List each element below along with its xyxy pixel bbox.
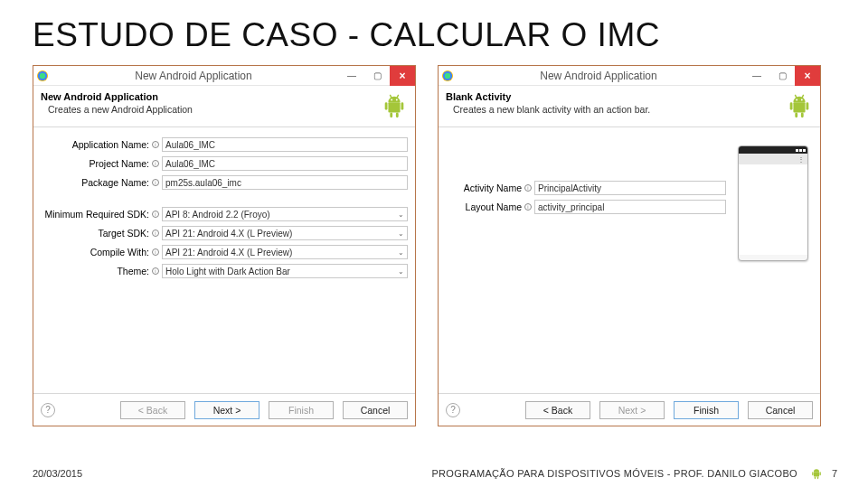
svg-rect-2	[401, 102, 404, 109]
svg-rect-18	[814, 472, 819, 476]
preview-statusbar	[739, 146, 807, 154]
select-value: API 8: Android 2.2 (Froyo)	[165, 210, 270, 220]
activity-name-input[interactable]	[534, 181, 726, 195]
info-icon[interactable]: i	[152, 267, 159, 275]
chevron-down-icon: ⌄	[398, 211, 404, 219]
layout-name-input[interactable]	[534, 200, 726, 214]
wizard-button-bar: ? < Back Next > Finish Cancel	[439, 393, 820, 426]
chevron-down-icon: ⌄	[398, 229, 404, 238]
next-button[interactable]: Next >	[194, 401, 259, 419]
preview-content	[739, 164, 807, 255]
help-button[interactable]: ?	[41, 403, 55, 417]
eclipse-icon	[442, 70, 453, 81]
wizard-header-subtitle: Creates a new blank activity with an act…	[446, 104, 778, 115]
maximize-button[interactable]: ▢	[769, 66, 795, 86]
svg-line-5	[390, 94, 392, 98]
finish-button[interactable]: Finish	[674, 401, 739, 419]
wizard-window-left: New Android Application — ▢ × New Androi…	[33, 65, 416, 426]
svg-rect-20	[819, 472, 820, 475]
close-button[interactable]: ×	[795, 66, 820, 86]
cancel-button[interactable]: Cancel	[343, 401, 408, 419]
info-icon[interactable]: i	[152, 179, 159, 186]
svg-rect-3	[390, 112, 392, 117]
wizard-window-right: New Android Application — ▢ × Blank Acti…	[438, 65, 821, 426]
minimize-button[interactable]: —	[744, 66, 769, 86]
preview-actionbar: ⋮	[739, 154, 807, 164]
back-button[interactable]: < Back	[120, 401, 185, 419]
android-icon	[786, 92, 813, 119]
wizard-header: Blank Activity Creates a new blank activ…	[439, 86, 820, 127]
activity-preview: ⋮	[738, 145, 808, 261]
svg-rect-21	[815, 477, 816, 480]
svg-rect-11	[807, 102, 809, 109]
wizard-header-title: New Android Application	[41, 91, 373, 102]
info-icon[interactable]: i	[152, 160, 159, 167]
compile-with-select[interactable]: API 21: Android 4.X (L Preview)⌄	[162, 245, 408, 259]
svg-rect-12	[795, 112, 797, 117]
min-sdk-select[interactable]: API 8: Android 2.2 (Froyo)⌄	[162, 207, 408, 221]
project-name-input[interactable]	[162, 156, 408, 171]
theme-label: Theme:	[41, 266, 151, 276]
svg-line-14	[795, 94, 797, 98]
svg-line-6	[397, 94, 399, 98]
minimize-button[interactable]: —	[339, 66, 364, 86]
finish-button[interactable]: Finish	[269, 401, 334, 419]
svg-rect-4	[396, 112, 399, 117]
app-name-input[interactable]	[162, 137, 408, 152]
svg-rect-1	[385, 102, 388, 109]
back-button[interactable]: < Back	[525, 401, 590, 419]
chevron-down-icon: ⌄	[398, 248, 404, 257]
slide-footer: 20/03/2015 PROGRAMAÇÃO PARA DISPOSITIVOS…	[0, 467, 868, 480]
info-icon[interactable]: i	[152, 141, 159, 148]
close-button[interactable]: ×	[390, 66, 415, 86]
wizard-header-subtitle: Creates a new Android Application	[41, 104, 373, 115]
window-title: New Android Application	[48, 70, 339, 82]
cancel-button[interactable]: Cancel	[748, 401, 813, 419]
theme-select[interactable]: Holo Light with Dark Action Bar⌄	[162, 264, 408, 278]
titlebar: New Android Application — ▢ ×	[33, 66, 415, 86]
svg-point-8	[396, 98, 398, 100]
svg-point-17	[801, 98, 803, 100]
select-value: API 21: Android 4.X (L Preview)	[165, 248, 292, 258]
min-sdk-label: Minimum Required SDK:	[41, 209, 151, 220]
wizard-header: New Android Application Creates a new An…	[33, 86, 415, 127]
package-name-label: Package Name:	[41, 177, 151, 188]
chevron-down-icon: ⌄	[398, 267, 404, 276]
target-sdk-label: Target SDK:	[41, 228, 151, 239]
svg-rect-13	[801, 112, 804, 117]
window-title: New Android Application	[453, 70, 744, 82]
svg-rect-9	[793, 102, 805, 112]
svg-rect-0	[388, 102, 400, 112]
svg-point-7	[391, 98, 392, 100]
next-button[interactable]: Next >	[599, 401, 665, 419]
svg-rect-22	[817, 477, 818, 480]
select-value: API 21: Android 4.X (L Preview)	[165, 229, 292, 239]
info-icon[interactable]: i	[152, 229, 159, 237]
project-name-label: Project Name:	[41, 158, 151, 169]
wizard-button-bar: ? < Back Next > Finish Cancel	[33, 393, 415, 426]
select-value: Holo Light with Dark Action Bar	[165, 267, 290, 276]
wizard-header-title: Blank Activity	[446, 91, 778, 102]
package-name-input[interactable]	[162, 175, 408, 190]
titlebar: New Android Application — ▢ ×	[439, 66, 820, 86]
info-icon[interactable]: i	[524, 184, 532, 192]
svg-rect-10	[790, 102, 793, 109]
info-icon[interactable]: i	[152, 248, 159, 256]
maximize-button[interactable]: ▢	[364, 66, 390, 86]
app-name-label: Application Name:	[41, 139, 151, 150]
info-icon[interactable]: i	[524, 203, 532, 211]
footer-page-number: 7	[832, 468, 837, 479]
target-sdk-select[interactable]: API 21: Android 4.X (L Preview)⌄	[162, 226, 408, 240]
help-button[interactable]: ?	[446, 403, 460, 417]
footer-course: PROGRAMAÇÃO PARA DISPOSITIVOS MÓVEIS - P…	[431, 468, 797, 479]
compile-with-label: Compile With:	[41, 247, 151, 258]
footer-date: 20/03/2015	[33, 468, 82, 479]
svg-line-15	[802, 94, 804, 98]
android-icon	[810, 467, 823, 480]
activity-name-label: Activity Name	[446, 183, 524, 193]
info-icon[interactable]: i	[152, 211, 159, 218]
svg-point-16	[796, 98, 797, 100]
slide-title: ESTUDO DE CASO - CALCULAR O IMC	[0, 0, 868, 65]
layout-name-label: Layout Name	[446, 201, 524, 212]
android-icon	[381, 92, 408, 119]
